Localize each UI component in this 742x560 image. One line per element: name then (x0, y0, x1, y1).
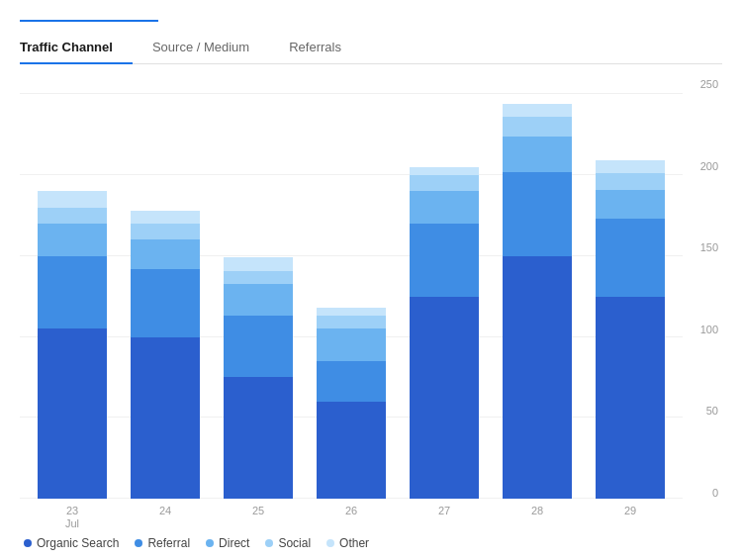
legend-item-organic-search: Organic Search (24, 536, 119, 550)
bar-segment-referral (596, 219, 665, 296)
bar-segment-referral (131, 269, 200, 337)
stacked-bar (38, 191, 107, 499)
bar-segment-social (131, 224, 200, 239)
bar-segment-referral (38, 256, 107, 329)
bar-group (588, 78, 673, 499)
bar-segment-organic (596, 297, 665, 499)
title-underline (20, 20, 158, 22)
chart-inner: 23Jul242526272829 (20, 78, 722, 528)
x-label-group: 27 (402, 501, 487, 528)
legend-item-other: Other (326, 536, 369, 550)
bar-group (123, 78, 208, 499)
bar-segment-other (224, 257, 293, 270)
bar-segment-social (317, 316, 386, 328)
y-axis-labels: 050100150200250 (687, 78, 722, 499)
x-label-day: 24 (159, 505, 171, 517)
stacked-bar (317, 308, 386, 499)
tab-source---medium[interactable]: Source / Medium (152, 32, 269, 64)
bar-segment-organic (503, 256, 572, 499)
legend-item-direct: Direct (206, 536, 249, 550)
x-label-day: 26 (345, 505, 357, 517)
bar-segment-social (410, 175, 479, 191)
legend-label: Organic Search (37, 536, 119, 550)
legend-dot (24, 539, 32, 547)
bar-segment-organic (224, 377, 293, 499)
bar-segment-direct (38, 224, 107, 256)
bar-segment-social (224, 271, 293, 284)
bar-segment-direct (131, 239, 200, 268)
y-axis-label: 50 (687, 405, 722, 417)
bar-group (309, 78, 394, 499)
bar-segment-other (38, 191, 107, 207)
legend: Organic SearchReferralDirectSocialOther (20, 528, 722, 550)
x-label-day: 28 (531, 505, 543, 517)
bar-segment-referral (224, 316, 293, 377)
x-label-day: 27 (438, 505, 450, 517)
x-label-group: 24 (123, 501, 208, 528)
y-axis-label: 100 (687, 324, 722, 335)
x-label-group: 25 (216, 501, 301, 528)
legend-dot (135, 539, 142, 547)
y-axis-label: 200 (687, 160, 722, 172)
bar-segment-direct (410, 191, 479, 224)
bar-segment-organic (38, 328, 107, 499)
legend-label: Referral (147, 536, 190, 550)
bar-segment-organic (131, 337, 200, 499)
bar-segment-other (596, 160, 665, 173)
stacked-bar (410, 167, 479, 499)
x-label-group: 26 (309, 501, 394, 528)
legend-item-referral: Referral (135, 536, 190, 550)
bars-container (20, 78, 683, 499)
bar-segment-direct (224, 284, 293, 317)
tabs-bar: Traffic ChannelSource / MediumReferrals (20, 32, 722, 64)
legend-label: Other (339, 536, 369, 550)
x-label-group: 23Jul (30, 501, 115, 528)
bar-segment-other (503, 104, 572, 117)
bar-group (402, 78, 487, 499)
bar-group (495, 78, 580, 499)
legend-dot (326, 539, 334, 547)
grid-bars (20, 78, 683, 499)
x-label-day: 23 (66, 505, 78, 517)
x-label-day: 29 (624, 505, 636, 517)
legend-dot (265, 539, 273, 547)
y-axis-label: 250 (687, 78, 722, 90)
x-label-group: 29 (588, 501, 673, 528)
bar-segment-other (410, 167, 479, 175)
main-container: Traffic ChannelSource / MediumReferrals … (0, 0, 742, 560)
legend-label: Social (278, 536, 311, 550)
chart-area: 23Jul242526272829 050100150200250 (20, 78, 722, 528)
bar-segment-direct (317, 328, 386, 361)
x-label-group: 28 (495, 501, 580, 528)
stacked-bar (131, 211, 200, 499)
legend-label: Direct (219, 536, 249, 550)
x-label-month: Jul (65, 517, 79, 530)
legend-dot (206, 539, 214, 547)
bar-segment-other (317, 308, 386, 316)
bar-segment-social (503, 117, 572, 137)
bar-segment-organic (410, 297, 479, 499)
bar-segment-social (596, 173, 665, 189)
bar-segment-organic (317, 402, 386, 499)
bar-group (216, 78, 301, 499)
bar-segment-referral (410, 224, 479, 297)
tab-traffic-channel[interactable]: Traffic Channel (20, 32, 133, 64)
bar-segment-referral (503, 172, 572, 256)
tab-referrals[interactable]: Referrals (289, 32, 361, 64)
y-axis-label: 150 (687, 241, 722, 253)
bar-segment-other (131, 211, 200, 224)
bar-segment-direct (503, 137, 572, 172)
bar-segment-referral (317, 361, 386, 402)
x-label-day: 25 (252, 505, 264, 517)
bar-segment-direct (596, 190, 665, 219)
legend-item-social: Social (265, 536, 311, 550)
stacked-bar (224, 257, 293, 499)
x-labels: 23Jul242526272829 (20, 501, 683, 528)
stacked-bar (503, 104, 572, 499)
y-axis-label: 0 (687, 487, 722, 499)
bar-group (30, 78, 115, 499)
stacked-bar (596, 160, 665, 499)
bar-segment-social (38, 208, 107, 224)
